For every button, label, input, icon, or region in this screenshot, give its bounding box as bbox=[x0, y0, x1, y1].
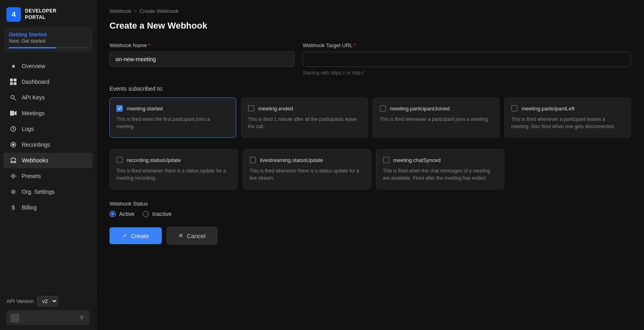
event-checkbox-chat-synced[interactable] bbox=[383, 157, 389, 163]
url-hint: Starting with https:// or http:// bbox=[303, 70, 631, 76]
breadcrumb-current: Create Webhook bbox=[139, 8, 178, 14]
sidebar-item-logs[interactable]: Logs bbox=[3, 121, 93, 137]
name-required-star: * bbox=[149, 42, 151, 48]
sidebar-item-presets-label: Presets bbox=[22, 173, 41, 179]
sidebar-item-billing-label: Billing bbox=[22, 204, 37, 211]
event-checkbox-recording-status[interactable] bbox=[116, 157, 123, 163]
cancel-icon: ✕ bbox=[178, 232, 184, 239]
event-checkbox-meeting-ended[interactable] bbox=[248, 105, 254, 112]
breadcrumb: Webhook > Create Webhook bbox=[109, 8, 631, 14]
page-title: Create a New Webhook bbox=[109, 21, 631, 31]
svg-rect-3 bbox=[14, 82, 17, 85]
event-checkbox-participant-joined[interactable] bbox=[380, 105, 386, 112]
event-card-header-1: meeting.ended bbox=[248, 105, 361, 112]
radio-option-active[interactable]: Active bbox=[109, 211, 134, 217]
event-card-meeting-ended[interactable]: meeting.ended This is fired 1 minute aft… bbox=[241, 98, 368, 138]
meetings-icon bbox=[10, 110, 17, 117]
event-card-header-0: meeting.started bbox=[116, 105, 229, 112]
radio-label-inactive: Inactive bbox=[152, 211, 171, 217]
cancel-label: Cancel bbox=[187, 232, 206, 239]
main-content: Webhook > Create Webhook Create a New We… bbox=[97, 0, 644, 330]
sidebar-item-api-keys[interactable]: API Keys bbox=[3, 90, 93, 105]
event-name-meeting-ended: meeting.ended bbox=[258, 106, 293, 112]
getting-started-subtitle: Next: Get started bbox=[9, 38, 87, 44]
event-card-recording-status[interactable]: recording.statusUpdate This is fired whe… bbox=[109, 149, 238, 189]
sidebar-item-recordings[interactable]: Recordings bbox=[3, 137, 93, 152]
svg-point-12 bbox=[14, 161, 16, 163]
sidebar-item-dashboard-label: Dashboard bbox=[22, 79, 50, 85]
event-card-header-5: livestreaming.statusUpdate bbox=[250, 157, 364, 163]
event-name-participant-joined: meeting.participantJoined bbox=[390, 106, 450, 112]
event-card-livestreaming-status[interactable]: livestreaming.statusUpdate This is fired… bbox=[243, 149, 371, 189]
dashboard-icon bbox=[10, 78, 17, 85]
logs-icon bbox=[10, 125, 17, 133]
webhook-status-label: Webhook Status bbox=[109, 201, 631, 207]
logo-icon: 4 bbox=[6, 7, 21, 22]
webhook-url-input[interactable] bbox=[303, 52, 631, 67]
svg-marker-7 bbox=[14, 111, 17, 116]
getting-started-title: Getting Started bbox=[9, 31, 87, 37]
event-desc-participant-left: This is fired whenever a participant lea… bbox=[511, 116, 624, 130]
sidebar-item-overview[interactable]: ★ Overview bbox=[3, 58, 93, 74]
events-grid-row2: recording.statusUpdate This is fired whe… bbox=[109, 149, 504, 189]
radio-circle-inactive bbox=[142, 211, 149, 217]
presets-icon bbox=[10, 172, 17, 180]
cancel-button[interactable]: ✕ Cancel bbox=[167, 227, 217, 245]
create-button[interactable]: ✓ Create bbox=[109, 227, 162, 244]
svg-rect-1 bbox=[14, 79, 17, 81]
event-name-participant-left: meeting.participantLeft bbox=[522, 106, 575, 112]
event-checkbox-livestreaming-status[interactable] bbox=[250, 157, 256, 163]
actions-row: ✓ Create ✕ Cancel bbox=[109, 227, 631, 245]
event-desc-chat-synced: This is fired when the chat messages of … bbox=[383, 167, 497, 182]
event-desc-participant-joined: This is fired whenever a participant joi… bbox=[380, 116, 493, 123]
sidebar-item-webhooks[interactable]: Webhooks bbox=[3, 153, 93, 168]
getting-started-progress-fill bbox=[9, 47, 56, 48]
getting-started-box[interactable]: Getting Started Next: Get started bbox=[4, 27, 92, 52]
logo-text: DEVELOPERPORTAL bbox=[25, 8, 57, 21]
svg-line-5 bbox=[14, 99, 17, 101]
svg-point-14 bbox=[12, 175, 14, 177]
sidebar-item-presets[interactable]: Presets bbox=[3, 168, 93, 184]
sidebar-item-org-settings[interactable]: ⚙ Org. Settings bbox=[3, 184, 93, 199]
event-card-header-6: meeting.chatSynced bbox=[383, 157, 497, 163]
event-desc-meeting-ended: This is fired 1 minute after all the par… bbox=[248, 116, 361, 130]
create-label: Create bbox=[131, 232, 149, 239]
event-name-chat-synced: meeting.chatSynced bbox=[393, 157, 441, 163]
breadcrumb-separator: > bbox=[134, 8, 137, 14]
event-card-meeting-started[interactable]: meeting.started This is fired when the f… bbox=[109, 98, 236, 138]
sidebar-item-api-keys-label: API Keys bbox=[22, 94, 45, 101]
api-version-label: API Version bbox=[6, 298, 34, 304]
webhook-status-section: Webhook Status Active Inactive bbox=[109, 201, 631, 217]
billing-icon: $ bbox=[10, 204, 17, 211]
event-card-participant-left[interactable]: meeting.participantLeft This is fired wh… bbox=[504, 98, 631, 138]
recordings-icon bbox=[10, 141, 17, 148]
sidebar-item-dashboard[interactable]: Dashboard bbox=[3, 74, 93, 89]
sidebar-item-billing[interactable]: $ Billing bbox=[3, 200, 93, 215]
url-required-star: * bbox=[354, 42, 356, 48]
event-card-chat-synced[interactable]: meeting.chatSynced This is fired when th… bbox=[376, 149, 504, 189]
radio-option-inactive[interactable]: Inactive bbox=[142, 211, 171, 217]
sidebar-item-webhooks-label: Webhooks bbox=[22, 157, 48, 164]
webhook-name-group: Webhook Name * bbox=[109, 42, 295, 67]
sidebar-footer: API Version v2 v1 ▼ bbox=[0, 291, 96, 330]
webhook-name-input[interactable] bbox=[109, 52, 295, 67]
webhook-url-label: Webhook Target URL * bbox=[303, 42, 631, 48]
api-version-select[interactable]: v2 v1 bbox=[37, 296, 58, 306]
breadcrumb-parent[interactable]: Webhook bbox=[109, 8, 132, 14]
event-checkbox-participant-left[interactable] bbox=[511, 105, 518, 112]
sidebar-item-logs-label: Logs bbox=[22, 126, 34, 132]
org-box[interactable]: ▼ bbox=[6, 310, 90, 325]
sidebar: 4 DEVELOPERPORTAL Getting Started Next: … bbox=[0, 0, 97, 330]
api-keys-icon bbox=[10, 94, 17, 101]
event-card-header-3: meeting.participantLeft bbox=[511, 105, 624, 112]
event-card-participant-joined[interactable]: meeting.participantJoined This is fired … bbox=[373, 98, 500, 138]
getting-started-progress-bar bbox=[9, 47, 87, 48]
svg-rect-0 bbox=[10, 79, 13, 81]
event-name-recording-status: recording.statusUpdate bbox=[127, 157, 181, 163]
svg-point-4 bbox=[11, 95, 14, 99]
event-desc-livestreaming-status: This is fired whenever there is a status… bbox=[250, 167, 364, 182]
sidebar-item-meetings[interactable]: Meetings bbox=[3, 106, 93, 121]
event-checkbox-meeting-started[interactable] bbox=[116, 105, 123, 112]
sidebar-item-meetings-label: Meetings bbox=[22, 110, 45, 116]
api-version-row: API Version v2 v1 bbox=[6, 296, 90, 306]
